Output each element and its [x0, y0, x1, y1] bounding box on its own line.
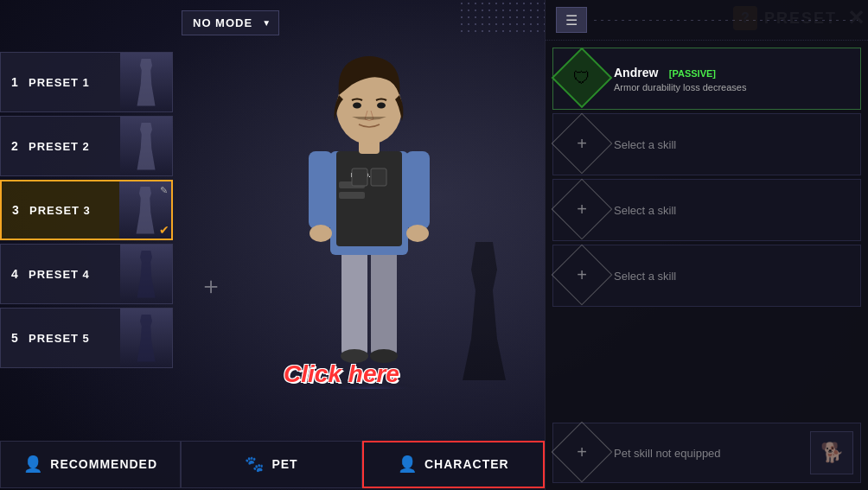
- pet-skill-info: Pet skill not equipped: [614, 445, 721, 461]
- right-skills-panel: ☰ 🛡 Andrew [PASSIVE] Armor durability lo…: [545, 0, 868, 490]
- svg-rect-1: [341, 242, 367, 354]
- char-silhouette-4: [131, 251, 162, 298]
- svg-rect-2: [371, 242, 397, 354]
- notes-icon[interactable]: ☰: [556, 7, 587, 33]
- svg-rect-10: [352, 169, 367, 186]
- skill-item-empty-3[interactable]: + Select a skill: [552, 245, 861, 307]
- char-silhouette-3: [131, 187, 161, 234]
- select-skill-label-3: Select a skill: [614, 270, 676, 283]
- char-silhouette-5: [131, 315, 162, 362]
- svg-point-14: [310, 225, 332, 242]
- recommended-button[interactable]: 👤 RECOMMENDED: [0, 441, 181, 488]
- skill-item-empty-1[interactable]: + Select a skill: [552, 113, 861, 175]
- svg-point-19: [377, 103, 386, 109]
- right-panel-top-bar: ☰: [546, 0, 868, 41]
- select-skill-label-1: Select a skill: [614, 138, 676, 151]
- dropdown-arrow-icon: ▼: [262, 18, 271, 28]
- preset-avatar-2: [120, 117, 172, 175]
- svg-point-18: [353, 103, 361, 109]
- bottom-action-bar: 👤 RECOMMENDED 🐾 PET 👤 CHARACTER: [0, 438, 545, 490]
- svg-rect-12: [309, 151, 333, 229]
- character-display-area: L.I.P.D.: [173, 0, 545, 415]
- skill-plus-icon-1: +: [577, 134, 587, 154]
- skills-container: 🛡 Andrew [PASSIVE] Armor durability loss…: [546, 41, 868, 419]
- preset-label-5: PRESET 5: [23, 332, 120, 345]
- pet-skill-row[interactable]: + Pet skill not equipped 🐕: [552, 423, 861, 483]
- skill-name-row: Andrew [PASSIVE]: [614, 65, 853, 80]
- select-skill-label-2: Select a skill: [614, 204, 676, 217]
- armor-icon: 🛡: [573, 68, 590, 88]
- pet-avatar-container: 🐕: [810, 431, 853, 474]
- skill-info-empty-3: Select a skill: [614, 268, 853, 283]
- skill-plus-icon-3: +: [577, 265, 587, 285]
- character-label: CHARACTER: [424, 457, 509, 471]
- skill-icon-empty-1: +: [560, 122, 605, 167]
- svg-rect-11: [371, 169, 386, 186]
- preset-item-1[interactable]: 1 PRESET 1: [0, 52, 173, 112]
- pet-skill-diamond: +: [552, 422, 613, 483]
- preset-num-2: 2: [6, 139, 23, 153]
- char-silhouette-1: [131, 59, 162, 106]
- character-button[interactable]: 👤 CHARACTER: [362, 441, 545, 488]
- char-silhouette-2: [131, 123, 162, 170]
- skill-item-andrew[interactable]: 🛡 Andrew [PASSIVE] Armor durability loss…: [552, 48, 861, 110]
- svg-point-15: [406, 225, 429, 242]
- edit-icon: ✎: [160, 185, 168, 196]
- preset-num-1: 1: [6, 75, 23, 89]
- preset-label-4: PRESET 4: [23, 268, 120, 281]
- pet-skill-label: Pet skill not equipped: [614, 447, 721, 460]
- skill-diamond-andrew: 🛡: [552, 48, 613, 109]
- preset-label-2: PRESET 2: [23, 140, 120, 153]
- svg-rect-8: [339, 192, 365, 199]
- preset-num-5: 5: [6, 331, 23, 345]
- pet-skill-icon-wrap: +: [560, 430, 605, 475]
- main-character-figure: L.I.P.D.: [265, 9, 473, 392]
- skill-diamond-empty-1: +: [552, 113, 613, 175]
- skill-icon-andrew: 🛡: [560, 56, 605, 101]
- preset-avatar-5: [120, 309, 172, 367]
- pet-silhouette-icon: 🐕: [820, 442, 844, 464]
- pet-avatar: 🐕: [810, 431, 853, 474]
- skill-icon-empty-2: +: [560, 188, 605, 232]
- skill-desc-andrew: Armor durability loss decreases: [614, 82, 853, 92]
- click-here-annotation: Click here: [284, 360, 399, 388]
- preset-item-2[interactable]: 2 PRESET 2: [0, 116, 173, 176]
- skill-plus-icon-2: +: [577, 200, 587, 220]
- skill-diamond-empty-2: +: [552, 179, 613, 240]
- preset-label-1: PRESET 1: [23, 76, 120, 89]
- preset-avatar-1: [120, 53, 172, 111]
- preset-item-3[interactable]: 3 PRESET 3 ✎ ✔: [0, 180, 173, 240]
- skill-tag-andrew: [PASSIVE]: [669, 68, 716, 79]
- preset-num-3: 3: [7, 203, 24, 217]
- pet-button[interactable]: 🐾 PET: [181, 441, 361, 488]
- mode-label: NO MODE: [193, 16, 252, 29]
- preset-num-4: 4: [6, 267, 23, 281]
- skill-item-empty-2[interactable]: + Select a skill: [552, 179, 861, 241]
- recommended-icon: 👤: [23, 455, 43, 474]
- preset-item-4[interactable]: 4 PRESET 4: [0, 244, 173, 304]
- preset-sidebar: 1 PRESET 1 2 PRESET 2 3 PRESET 3 ✎ ✔ 4 P…: [0, 52, 173, 368]
- skill-diamond-empty-3: +: [552, 245, 613, 306]
- preset-item-5[interactable]: 5 PRESET 5: [0, 308, 173, 368]
- active-check: ✔: [159, 223, 169, 237]
- pet-skill-plus-icon: +: [577, 442, 587, 462]
- recommended-label: RECOMMENDED: [50, 457, 157, 471]
- svg-rect-13: [405, 151, 430, 229]
- pet-label: PET: [271, 457, 297, 471]
- preset-label-3: PRESET 3: [24, 204, 119, 217]
- skill-name-andrew: Andrew: [614, 66, 658, 80]
- add-character-icon: ＋: [199, 270, 223, 302]
- skill-info-empty-2: Select a skill: [614, 202, 853, 218]
- skill-info-empty-1: Select a skill: [614, 137, 853, 152]
- preset-avatar-4: [120, 245, 172, 303]
- character-icon: 👤: [398, 455, 418, 474]
- skill-icon-empty-3: +: [560, 253, 605, 298]
- pet-icon: 🐾: [245, 455, 265, 474]
- mode-dropdown[interactable]: NO MODE ▼: [182, 10, 279, 35]
- skill-info-andrew: Andrew [PASSIVE] Armor durability loss d…: [614, 65, 853, 92]
